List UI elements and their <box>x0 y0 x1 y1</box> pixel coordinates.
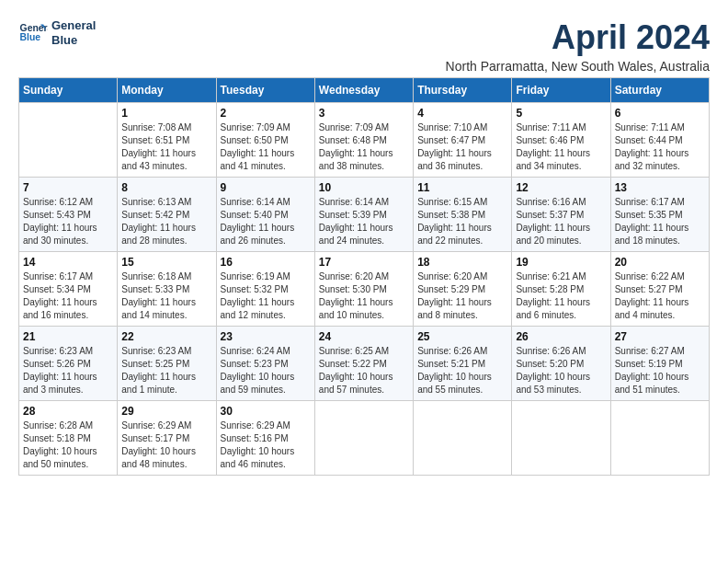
day-info: Sunrise: 6:14 AM Sunset: 5:40 PM Dayligh… <box>221 196 311 247</box>
day-number: 12 <box>516 181 606 194</box>
calendar-week-5: 28Sunrise: 6:28 AM Sunset: 5:18 PM Dayli… <box>19 401 710 476</box>
calendar-cell: 7Sunrise: 6:12 AM Sunset: 5:43 PM Daylig… <box>19 178 118 252</box>
calendar-cell: 30Sunrise: 6:29 AM Sunset: 5:16 PM Dayli… <box>216 401 314 476</box>
day-number: 19 <box>516 256 606 269</box>
day-info: Sunrise: 6:23 AM Sunset: 5:26 PM Dayligh… <box>23 345 113 396</box>
calendar-cell: 21Sunrise: 6:23 AM Sunset: 5:26 PM Dayli… <box>19 327 118 401</box>
day-info: Sunrise: 6:29 AM Sunset: 5:17 PM Dayligh… <box>121 419 211 471</box>
day-number: 3 <box>319 107 409 120</box>
logo: General Blue General Blue <box>18 18 96 48</box>
calendar-cell: 4Sunrise: 7:10 AM Sunset: 6:47 PM Daylig… <box>414 103 512 178</box>
header-row: SundayMondayTuesdayWednesdayThursdayFrid… <box>19 78 710 103</box>
month-title: April 2024 <box>446 18 710 57</box>
day-number: 18 <box>417 256 507 269</box>
day-info: Sunrise: 6:17 AM Sunset: 5:34 PM Dayligh… <box>23 270 113 322</box>
calendar-body: 1Sunrise: 7:08 AM Sunset: 6:51 PM Daylig… <box>19 103 710 476</box>
location-subtitle: North Parramatta, New South Wales, Austr… <box>446 59 710 74</box>
day-info: Sunrise: 7:09 AM Sunset: 6:50 PM Dayligh… <box>221 121 311 173</box>
day-number: 1 <box>121 107 211 120</box>
column-header-friday: Friday <box>512 78 610 103</box>
calendar-cell <box>414 401 512 476</box>
logo-text: General Blue <box>51 18 96 47</box>
calendar-cell: 15Sunrise: 6:18 AM Sunset: 5:33 PM Dayli… <box>118 252 216 327</box>
day-number: 7 <box>23 181 113 194</box>
calendar-cell: 29Sunrise: 6:29 AM Sunset: 5:17 PM Dayli… <box>118 401 216 476</box>
calendar-cell: 17Sunrise: 6:20 AM Sunset: 5:30 PM Dayli… <box>314 252 413 327</box>
day-number: 22 <box>121 330 211 343</box>
svg-text:Blue: Blue <box>20 32 41 42</box>
day-number: 28 <box>23 405 113 418</box>
calendar-cell: 16Sunrise: 6:19 AM Sunset: 5:32 PM Dayli… <box>216 252 314 327</box>
calendar-week-3: 14Sunrise: 6:17 AM Sunset: 5:34 PM Dayli… <box>19 252 710 327</box>
calendar-cell: 3Sunrise: 7:09 AM Sunset: 6:48 PM Daylig… <box>314 103 413 178</box>
calendar-cell: 2Sunrise: 7:09 AM Sunset: 6:50 PM Daylig… <box>216 103 314 178</box>
day-info: Sunrise: 6:26 AM Sunset: 5:20 PM Dayligh… <box>516 345 606 396</box>
day-number: 29 <box>121 405 211 418</box>
day-number: 24 <box>319 330 409 343</box>
page-header: General Blue General Blue April 2024 Nor… <box>18 18 710 74</box>
column-header-thursday: Thursday <box>414 78 512 103</box>
day-info: Sunrise: 6:19 AM Sunset: 5:32 PM Dayligh… <box>221 270 311 322</box>
day-number: 13 <box>615 181 705 194</box>
column-header-monday: Monday <box>118 78 216 103</box>
logo-icon: General Blue <box>18 18 48 48</box>
calendar-table: SundayMondayTuesdayWednesdayThursdayFrid… <box>18 77 710 476</box>
day-info: Sunrise: 7:09 AM Sunset: 6:48 PM Dayligh… <box>319 121 409 173</box>
day-number: 14 <box>23 256 113 269</box>
day-info: Sunrise: 7:11 AM Sunset: 6:44 PM Dayligh… <box>615 121 705 173</box>
day-number: 20 <box>615 256 705 269</box>
day-info: Sunrise: 6:21 AM Sunset: 5:28 PM Dayligh… <box>516 270 606 322</box>
day-number: 21 <box>23 330 113 343</box>
calendar-cell: 20Sunrise: 6:22 AM Sunset: 5:27 PM Dayli… <box>610 252 709 327</box>
day-info: Sunrise: 6:17 AM Sunset: 5:35 PM Dayligh… <box>615 196 705 247</box>
calendar-cell: 25Sunrise: 6:26 AM Sunset: 5:21 PM Dayli… <box>414 327 512 401</box>
column-header-wednesday: Wednesday <box>314 78 413 103</box>
calendar-cell <box>610 401 709 476</box>
day-info: Sunrise: 6:18 AM Sunset: 5:33 PM Dayligh… <box>121 270 211 322</box>
day-number: 23 <box>221 330 311 343</box>
calendar-cell: 8Sunrise: 6:13 AM Sunset: 5:42 PM Daylig… <box>118 178 216 252</box>
day-number: 4 <box>417 107 507 120</box>
day-info: Sunrise: 6:20 AM Sunset: 5:30 PM Dayligh… <box>319 270 409 322</box>
calendar-cell: 18Sunrise: 6:20 AM Sunset: 5:29 PM Dayli… <box>414 252 512 327</box>
calendar-cell: 19Sunrise: 6:21 AM Sunset: 5:28 PM Dayli… <box>512 252 610 327</box>
column-header-saturday: Saturday <box>610 78 709 103</box>
day-number: 10 <box>319 181 409 194</box>
day-number: 25 <box>417 330 507 343</box>
day-number: 26 <box>516 330 606 343</box>
day-number: 5 <box>516 107 606 120</box>
calendar-cell: 6Sunrise: 7:11 AM Sunset: 6:44 PM Daylig… <box>610 103 709 178</box>
calendar-week-2: 7Sunrise: 6:12 AM Sunset: 5:43 PM Daylig… <box>19 178 710 252</box>
day-info: Sunrise: 6:28 AM Sunset: 5:18 PM Dayligh… <box>23 419 113 471</box>
day-info: Sunrise: 7:10 AM Sunset: 6:47 PM Dayligh… <box>417 121 507 173</box>
calendar-header: SundayMondayTuesdayWednesdayThursdayFrid… <box>19 78 710 103</box>
day-info: Sunrise: 6:27 AM Sunset: 5:19 PM Dayligh… <box>615 345 705 396</box>
day-number: 27 <box>615 330 705 343</box>
day-info: Sunrise: 6:16 AM Sunset: 5:37 PM Dayligh… <box>516 196 606 247</box>
day-info: Sunrise: 7:08 AM Sunset: 6:51 PM Dayligh… <box>121 121 211 173</box>
day-info: Sunrise: 6:24 AM Sunset: 5:23 PM Dayligh… <box>221 345 311 396</box>
day-info: Sunrise: 6:12 AM Sunset: 5:43 PM Dayligh… <box>23 196 113 247</box>
day-info: Sunrise: 6:15 AM Sunset: 5:38 PM Dayligh… <box>417 196 507 247</box>
day-info: Sunrise: 6:22 AM Sunset: 5:27 PM Dayligh… <box>615 270 705 322</box>
day-number: 11 <box>417 181 507 194</box>
day-info: Sunrise: 6:13 AM Sunset: 5:42 PM Dayligh… <box>121 196 211 247</box>
column-header-tuesday: Tuesday <box>216 78 314 103</box>
day-info: Sunrise: 6:29 AM Sunset: 5:16 PM Dayligh… <box>221 419 311 471</box>
calendar-cell: 13Sunrise: 6:17 AM Sunset: 5:35 PM Dayli… <box>610 178 709 252</box>
day-info: Sunrise: 6:26 AM Sunset: 5:21 PM Dayligh… <box>417 345 507 396</box>
day-info: Sunrise: 7:11 AM Sunset: 6:46 PM Dayligh… <box>516 121 606 173</box>
calendar-cell <box>19 103 118 178</box>
day-info: Sunrise: 6:20 AM Sunset: 5:29 PM Dayligh… <box>417 270 507 322</box>
title-section: April 2024 North Parramatta, New South W… <box>446 18 710 74</box>
day-number: 30 <box>221 405 311 418</box>
day-number: 2 <box>221 107 311 120</box>
calendar-cell: 24Sunrise: 6:25 AM Sunset: 5:22 PM Dayli… <box>314 327 413 401</box>
day-number: 17 <box>319 256 409 269</box>
calendar-cell <box>512 401 610 476</box>
calendar-week-4: 21Sunrise: 6:23 AM Sunset: 5:26 PM Dayli… <box>19 327 710 401</box>
day-number: 8 <box>121 181 211 194</box>
calendar-cell: 5Sunrise: 7:11 AM Sunset: 6:46 PM Daylig… <box>512 103 610 178</box>
day-info: Sunrise: 6:23 AM Sunset: 5:25 PM Dayligh… <box>121 345 211 396</box>
calendar-cell: 22Sunrise: 6:23 AM Sunset: 5:25 PM Dayli… <box>118 327 216 401</box>
